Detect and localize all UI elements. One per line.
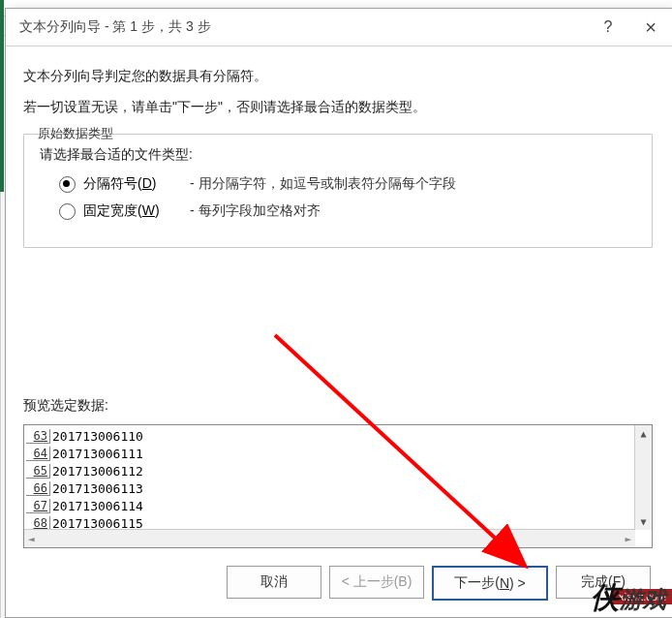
dialog-body: 文本分列向导判定您的数据具有分隔符。 若一切设置无误，请单击"下一步"，否则请选…	[6, 46, 672, 618]
scroll-down-icon[interactable]: ▼	[635, 513, 652, 530]
titlebar: 文本分列向导 - 第 1 步，共 3 步 ? ×	[6, 9, 672, 46]
radio-delimited-desc: - 用分隔字符，如逗号或制表符分隔每个字段	[190, 175, 456, 193]
preview-row-number: 63	[26, 429, 50, 444]
preview-row-number: 66	[26, 481, 50, 496]
preview-row: 65201713006112	[24, 462, 652, 479]
finish-button[interactable]: 完成(F)	[556, 566, 651, 599]
close-button[interactable]: ×	[629, 9, 672, 46]
preview-row-value: 201713006114	[50, 499, 143, 513]
preview-row-value: 201713006112	[50, 464, 143, 479]
choose-file-type-label: 请选择最合适的文件类型:	[40, 146, 636, 164]
back-button: < 上一步(B)	[329, 566, 424, 599]
preview-row-number: 64	[26, 447, 50, 461]
next-button[interactable]: 下一步(N) >	[432, 566, 548, 601]
intro-line-1: 文本分列向导判定您的数据具有分隔符。	[23, 68, 653, 85]
radio-delimited[interactable]: 分隔符号(D) - 用分隔字符，如逗号或制表符分隔每个字段	[59, 175, 636, 193]
preview-row-value: 201713006113	[50, 481, 143, 496]
cancel-button[interactable]: 取消	[227, 566, 321, 599]
preview-row-value: 201713006111	[50, 447, 143, 461]
radio-fixed-width-label: 固定宽度(W)	[83, 202, 172, 220]
original-data-type-fieldset: 原始数据类型 请选择最合适的文件类型: 分隔符号(D) - 用分隔字符，如逗号或…	[23, 134, 653, 248]
preview-row-number: 67	[26, 499, 50, 513]
radio-fixed-width[interactable]: 固定宽度(W) - 每列字段加空格对齐	[59, 202, 636, 220]
scroll-left-icon[interactable]: ◄	[24, 533, 35, 545]
preview-box: 6320171300611064201713006111652017130061…	[23, 424, 653, 548]
radio-delimited-label: 分隔符号(D)	[83, 175, 172, 193]
preview-row-value: 201713006110	[50, 429, 143, 444]
preview-rows: 6320171300611064201713006111652017130061…	[24, 425, 652, 532]
preview-row: 64201713006111	[24, 445, 652, 462]
preview-row-number: 65	[26, 464, 50, 479]
selection-indicator	[0, 0, 4, 192]
horizontal-scrollbar[interactable]: ◄ ►	[24, 529, 635, 547]
scroll-right-icon[interactable]: ►	[625, 533, 635, 545]
preview-row: 66201713006113	[24, 479, 652, 497]
dialog-title: 文本分列向导 - 第 1 步，共 3 步	[6, 18, 587, 36]
radio-fixed-width-input[interactable]	[59, 203, 76, 220]
radio-fixed-width-desc: - 每列字段加空格对齐	[190, 202, 321, 220]
help-button[interactable]: ?	[587, 9, 629, 46]
preview-row: 63201713006110	[24, 427, 652, 445]
preview-row: 67201713006114	[24, 497, 652, 514]
preview-label: 预览选定数据:	[23, 397, 653, 415]
scroll-up-icon[interactable]: ▲	[635, 425, 652, 442]
text-to-columns-wizard-dialog: 文本分列向导 - 第 1 步，共 3 步 ? × 文本分列向导判定您的数据具有分…	[5, 8, 672, 618]
vertical-scrollbar[interactable]: ▲ ▼	[634, 425, 652, 530]
button-row: 取消 < 上一步(B) 下一步(N) > 完成(F)	[23, 566, 653, 601]
intro-line-2: 若一切设置无误，请单击"下一步"，否则请选择最合适的数据类型。	[23, 99, 653, 116]
radio-delimited-input[interactable]	[59, 176, 76, 193]
